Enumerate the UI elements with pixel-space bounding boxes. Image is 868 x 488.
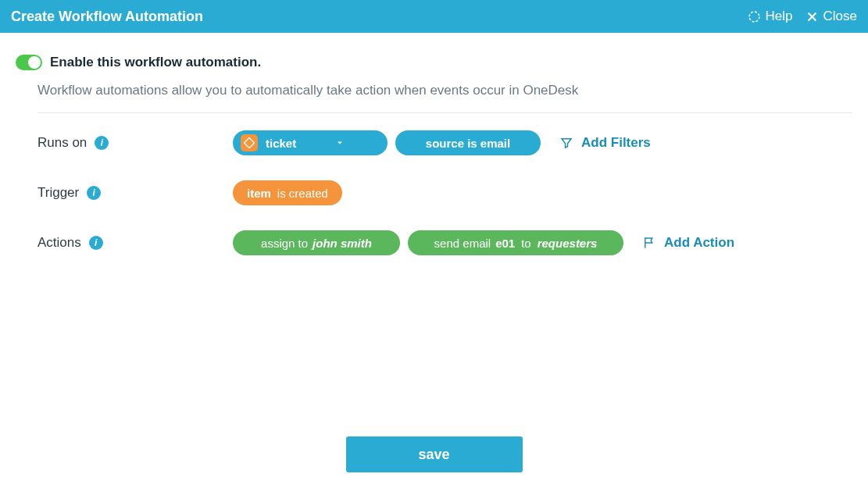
- save-button[interactable]: save: [346, 436, 523, 472]
- action-pill-email[interactable]: send email e01 to requesters: [408, 230, 623, 255]
- info-icon[interactable]: i: [87, 186, 101, 200]
- svg-point-0: [749, 12, 759, 22]
- runs-on-label: Runs on: [38, 135, 87, 151]
- flag-icon: [642, 236, 656, 250]
- action-pill-assign[interactable]: assign to john smith: [233, 230, 400, 255]
- add-filters-button[interactable]: Add Filters: [559, 135, 651, 151]
- filter-text: source is email: [426, 137, 510, 150]
- ticket-icon: [241, 134, 258, 151]
- trigger-pill[interactable]: item is created: [233, 180, 342, 205]
- info-icon[interactable]: i: [95, 136, 109, 150]
- close-button[interactable]: Close: [805, 9, 857, 24]
- close-label: Close: [823, 9, 857, 24]
- filter-pill[interactable]: source is email: [395, 130, 541, 155]
- runs-on-body: ticket source is email Add Filters: [233, 130, 651, 155]
- svg-rect-3: [244, 137, 254, 148]
- item-type-value: ticket: [266, 137, 296, 150]
- help-button[interactable]: Help: [748, 9, 793, 24]
- help-icon: [748, 10, 761, 23]
- action-target: requesters: [538, 237, 598, 250]
- trigger-subject: item: [247, 187, 271, 200]
- action-verb: assign to: [261, 237, 308, 250]
- enable-row: Enable this workflow automation.: [16, 55, 852, 70]
- chevron-down-icon: [335, 138, 345, 148]
- action-code: e01: [495, 237, 515, 250]
- action-verb: send email: [434, 237, 491, 250]
- add-action-button[interactable]: Add Action: [642, 235, 734, 251]
- trigger-label-group: Trigger i: [38, 185, 233, 201]
- action-to: to: [521, 237, 531, 250]
- trigger-row: Trigger i item is created: [38, 179, 852, 207]
- filter-icon: [559, 136, 573, 150]
- modal-title: Create Workflow Automation: [11, 9, 203, 25]
- modal-header: Create Workflow Automation Help Close: [0, 0, 868, 33]
- header-actions: Help Close: [748, 9, 857, 24]
- description-text: Workflow automations allow you to automa…: [38, 83, 852, 113]
- actions-label: Actions: [38, 235, 81, 251]
- item-type-dropdown[interactable]: ticket: [233, 130, 388, 155]
- add-action-label: Add Action: [664, 235, 734, 251]
- enable-label: Enable this workflow automation.: [50, 55, 261, 70]
- actions-body: assign to john smith send email e01 to r…: [233, 230, 734, 255]
- close-icon: [805, 10, 819, 23]
- trigger-label: Trigger: [38, 185, 79, 201]
- runs-on-label-group: Runs on i: [38, 135, 233, 151]
- trigger-body: item is created: [233, 180, 342, 205]
- runs-on-row: Runs on i ticket source is email: [38, 129, 852, 157]
- add-filters-label: Add Filters: [581, 135, 651, 151]
- enable-toggle[interactable]: [16, 55, 42, 70]
- modal-body: Enable this workflow automation. Workflo…: [0, 33, 868, 257]
- actions-label-group: Actions i: [38, 235, 233, 251]
- actions-row: Actions i assign to john smith send emai…: [38, 229, 852, 257]
- action-value: john smith: [313, 237, 372, 250]
- info-icon[interactable]: i: [89, 236, 103, 250]
- trigger-event: is created: [277, 187, 328, 200]
- help-label: Help: [766, 9, 793, 24]
